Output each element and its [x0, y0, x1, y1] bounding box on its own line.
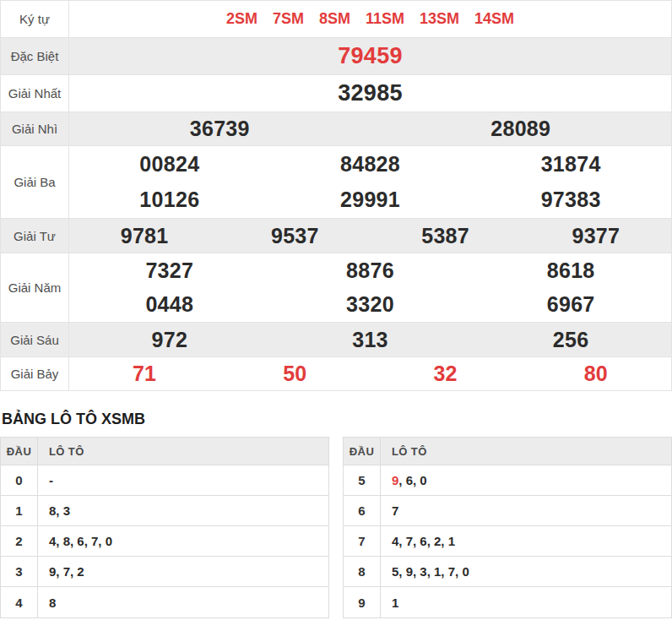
dau-cell: 9: [344, 587, 381, 617]
prize-label: Ký tự: [1, 1, 69, 37]
dau-cell: 0: [1, 465, 38, 495]
prize-value: 9537: [271, 224, 319, 248]
station-code-link[interactable]: 13SM: [420, 10, 459, 28]
prize-value: 6967: [547, 292, 595, 317]
prize-value-seventh: 32: [433, 362, 457, 386]
prize-row-giai-sau: Giải Sáu 972 313 256: [1, 323, 671, 357]
prize-label: Giải Sáu: [1, 323, 69, 356]
loto-values-cell: 5, 9, 3, 1, 7, 0: [381, 557, 671, 586]
loto-row: 1 8, 3: [1, 496, 328, 526]
loto-values-cell: 8, 3: [38, 496, 328, 525]
loto-row: 4 8: [1, 587, 328, 617]
loto-values-rest: , 6, 0: [398, 473, 426, 487]
station-code-link[interactable]: 8SM: [319, 10, 350, 28]
highlighted-digit: 9: [392, 473, 398, 487]
loto-header-row: ĐẦU LÔ TÔ: [344, 438, 671, 465]
prize-value: 28089: [490, 117, 550, 141]
prize-value: 00824: [139, 152, 199, 177]
loto-values-cell: 4, 7, 6, 2, 1: [381, 526, 671, 556]
dau-cell: 2: [1, 526, 38, 556]
loto-header-dau: ĐẦU: [1, 438, 38, 465]
prize-row-giai-nhat: Giải Nhất 32985: [1, 75, 671, 112]
prize-value: 32985: [338, 80, 403, 106]
loto-row: 2 4, 8, 6, 7, 0: [1, 526, 328, 557]
loto-header-value: LÔ TÔ: [381, 438, 671, 465]
loto-values-cell: -: [38, 465, 328, 495]
prize-value: 9781: [121, 224, 169, 248]
prize-value: 313: [352, 328, 388, 352]
prize-label: Giải Năm: [1, 253, 69, 322]
prize-label: Giải Nhì: [1, 112, 69, 145]
prize-label: Giải Nhất: [1, 75, 69, 112]
prize-value: 9377: [572, 224, 620, 248]
loto-table-left: ĐẦU LÔ TÔ 0 - 1 8, 3 2 4, 8, 6, 7, 0 3 9…: [0, 437, 329, 618]
loto-header-value: LÔ TÔ: [38, 438, 328, 465]
dau-cell: 1: [1, 496, 38, 525]
dau-cell: 6: [344, 496, 381, 525]
loto-values-cell: 1: [381, 587, 671, 617]
loto-row: 8 5, 9, 3, 1, 7, 0: [344, 557, 671, 587]
prize-value: 972: [152, 328, 188, 352]
prize-value: 0448: [145, 292, 193, 317]
dau-cell: 3: [1, 557, 38, 586]
loto-values-cell: 7: [381, 496, 671, 525]
prize-value: 97383: [541, 188, 601, 212]
prize-value: 29991: [340, 188, 400, 212]
dau-cell: 7: [344, 526, 381, 556]
loto-row: 0 -: [1, 465, 328, 496]
prize-value-seventh: 80: [584, 362, 608, 386]
results-table: Ký tự 2SM 7SM 8SM 11SM 13SM 14SM Đặc Biệ…: [0, 0, 672, 391]
station-code-link[interactable]: 7SM: [273, 10, 304, 28]
prize-row-giai-tu: Giải Tư 9781 9537 5387 9377: [1, 219, 671, 253]
loto-row: 9 1: [344, 587, 671, 617]
prize-row-giai-nhi: Giải Nhì 36739 28089: [1, 112, 671, 146]
prize-value-seventh: 50: [283, 362, 306, 386]
loto-header-row: ĐẦU LÔ TÔ: [1, 438, 328, 465]
prize-label: Giải Ba: [1, 146, 69, 218]
prize-value: 84828: [340, 152, 400, 177]
station-code-link[interactable]: 2SM: [226, 10, 257, 28]
prize-value-seventh: 71: [133, 362, 156, 386]
prize-value: 8618: [547, 258, 595, 283]
prize-row-giai-nam: Giải Năm 7327 8876 8618 0448 3320 6967: [1, 253, 671, 323]
prize-value: 7327: [145, 258, 193, 283]
dau-cell: 8: [344, 557, 381, 586]
prize-value: 5387: [421, 224, 469, 248]
station-code-link[interactable]: 11SM: [366, 10, 404, 28]
loto-tables: ĐẦU LÔ TÔ 0 - 1 8, 3 2 4, 8, 6, 7, 0 3 9…: [0, 437, 672, 618]
station-codes: 2SM 7SM 8SM 11SM 13SM 14SM: [69, 1, 671, 37]
loto-row: 6 7: [344, 496, 671, 526]
prize-row-kytu: Ký tự 2SM 7SM 8SM 11SM 13SM 14SM: [1, 1, 671, 38]
prize-value: 8876: [346, 258, 394, 283]
prize-value: 256: [553, 328, 589, 352]
prize-value-special: 79459: [338, 43, 403, 69]
prize-value: 36739: [190, 117, 250, 141]
loto-row: 3 9, 7, 2: [1, 557, 328, 587]
prize-label: Giải Bảy: [1, 357, 69, 390]
dau-cell: 5: [344, 465, 381, 495]
loto-header-dau: ĐẦU: [344, 438, 381, 465]
prize-row-giai-ba: Giải Ba 00824 84828 31874 10126 29991 97…: [1, 146, 671, 219]
loto-values-cell: 8: [38, 587, 328, 617]
prize-row-dac-biet: Đặc Biệt 79459: [1, 38, 671, 75]
prize-value: 10126: [139, 188, 199, 212]
loto-values-cell: 9, 7, 2: [38, 557, 328, 586]
loto-row: 7 4, 7, 6, 2, 1: [344, 526, 671, 557]
loto-table-right: ĐẦU LÔ TÔ 5 9, 6, 0 6 7 7 4, 7, 6, 2, 1 …: [343, 437, 672, 618]
loto-section-title: BẢNG LÔ TÔ XSMB: [2, 411, 672, 428]
prize-row-giai-bay: Giải Bảy 71 50 32 80: [1, 357, 671, 391]
prize-label: Giải Tư: [1, 219, 69, 253]
prize-value: 31874: [541, 152, 601, 177]
dau-cell: 4: [1, 587, 38, 617]
station-code-list: 2SM 7SM 8SM 11SM 13SM 14SM: [69, 10, 671, 28]
loto-values-cell: 4, 8, 6, 7, 0: [38, 526, 328, 556]
loto-values-cell: 9, 6, 0: [381, 465, 671, 495]
loto-row: 5 9, 6, 0: [344, 465, 671, 496]
prize-label: Đặc Biệt: [1, 38, 69, 74]
prize-value: 3320: [346, 292, 394, 317]
station-code-link[interactable]: 14SM: [474, 10, 514, 28]
